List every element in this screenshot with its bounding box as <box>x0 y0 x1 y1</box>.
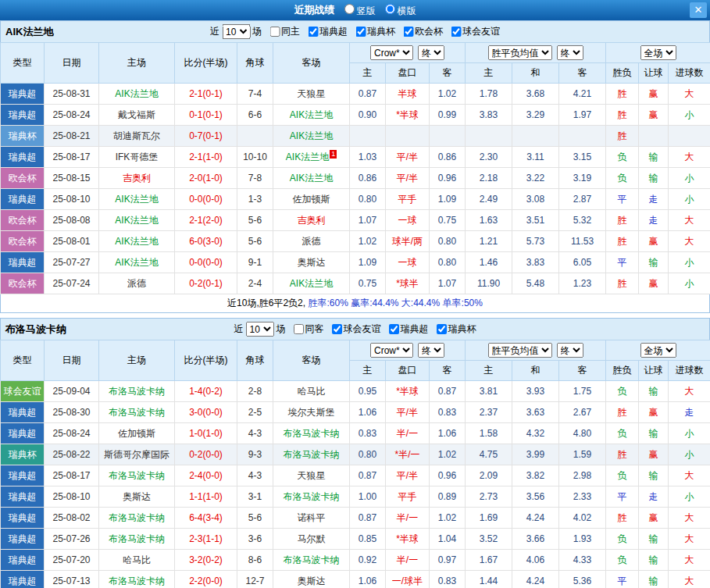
home-team-link[interactable]: 奥斯达 <box>123 491 151 502</box>
home-team-link[interactable]: 布洛马波卡纳 <box>109 533 165 544</box>
home-team-link[interactable]: AIK法兰地 <box>115 215 158 226</box>
layout-radio[interactable] <box>385 4 395 14</box>
cell-handicap: *半/一 <box>386 444 430 465</box>
cell-avg-away: 2.98 <box>559 465 606 486</box>
cell-result-goals: 大 <box>669 84 710 105</box>
avg-time-select[interactable]: 终 <box>557 343 583 358</box>
cell-result-wl: 平 <box>606 189 639 210</box>
cell-avg-draw: 3.29 <box>512 105 559 126</box>
away-team-link[interactable]: AIK法兰地 <box>286 151 329 162</box>
league-filter-checkbox[interactable] <box>451 27 461 37</box>
cell-date: 25-07-27 <box>45 252 99 273</box>
cell-result-handicap: 赢 <box>639 105 669 126</box>
away-team-link[interactable]: AIK法兰地 <box>290 109 333 120</box>
odds-time-select[interactable]: 终 <box>418 343 444 358</box>
home-team-link[interactable]: 布洛马波卡纳 <box>109 512 165 523</box>
match-count-select[interactable]: 10 <box>246 322 274 337</box>
home-team-link[interactable]: 布洛马波卡纳 <box>109 470 165 481</box>
away-team-link[interactable]: 奥斯达 <box>298 576 326 586</box>
same-venue-checkbox[interactable] <box>269 27 280 37</box>
avg-time-select[interactable]: 终 <box>557 45 583 60</box>
avg-source-select[interactable]: 胜平负均值 <box>488 343 552 358</box>
cell-result-handicap: 赢 <box>639 273 669 294</box>
away-team-link[interactable]: AIK法兰地 <box>290 278 333 289</box>
league-filter-checkbox[interactable] <box>389 324 399 334</box>
match-count-select[interactable]: 10 <box>222 24 250 39</box>
away-team-link[interactable]: 布洛马波卡纳 <box>284 554 340 565</box>
results-table: 类型日期主场比分(半场)角球客场Crow*终胜平负均值终全场主盘口客主和客胜负让… <box>0 340 710 588</box>
cell-handicap: *球半 <box>386 273 430 294</box>
away-team-link[interactable]: 派德 <box>302 236 321 247</box>
col-avg-away: 客 <box>559 63 606 84</box>
league-filter-checkbox[interactable] <box>355 27 366 37</box>
close-icon[interactable]: ✕ <box>690 2 707 18</box>
away-team-link[interactable]: AIK法兰地 <box>290 173 333 184</box>
cell-home-team: 派德 <box>99 273 175 294</box>
cell-odds-home: 1.06 <box>350 402 386 423</box>
match-row: 瑞典杯25-08-21胡迪斯瓦尔0-7(0-1)AIK法兰地胜 <box>1 126 710 147</box>
home-team-link[interactable]: AIK法兰地 <box>115 257 158 268</box>
cell-result-handicap: 走 <box>639 189 669 210</box>
away-team-link[interactable]: 布洛马波卡纳 <box>284 449 340 460</box>
home-team-link[interactable]: 戴戈福斯 <box>118 109 155 120</box>
cell-result-handicap: 输 <box>639 252 669 273</box>
odds-source-select[interactable]: Crow* <box>370 343 413 358</box>
home-team-link[interactable]: 斯德哥尔摩国际 <box>104 449 169 460</box>
cell-avg-draw: 3.63 <box>512 402 559 423</box>
cell-home-team: 布洛马波卡纳 <box>99 529 175 550</box>
home-team-link[interactable]: 派德 <box>127 278 146 289</box>
cell-result-handicap: 输 <box>639 465 669 486</box>
cell-odds-away: 1.06 <box>430 423 466 444</box>
same-venue-checkbox[interactable] <box>294 324 304 334</box>
odds-time-select[interactable]: 终 <box>418 45 444 60</box>
cell-avg-home: 2.37 <box>466 402 512 423</box>
league-filter-checkbox[interactable] <box>437 324 447 334</box>
cell-odds-home: 1.09 <box>350 252 386 273</box>
league-filter-checkbox[interactable] <box>332 324 342 334</box>
home-team-link[interactable]: 佐加顿斯 <box>118 428 155 439</box>
home-team-link[interactable]: AIK法兰地 <box>115 194 158 205</box>
avg-source-select[interactable]: 胜平负均值 <box>488 45 552 60</box>
home-team-link[interactable]: 布洛马波卡纳 <box>109 576 165 586</box>
away-team-link[interactable]: 诺科平 <box>298 512 326 523</box>
cell-home-team: 哈马比 <box>99 550 175 571</box>
cell-avg-home: 1.46 <box>466 252 512 273</box>
league-filter-checkbox[interactable] <box>403 27 413 37</box>
same-venue-label: 同主 <box>281 25 300 38</box>
summary-part: 单率:50% <box>443 298 483 308</box>
home-team-link[interactable]: AIK法兰地 <box>115 236 158 247</box>
odds-source-select[interactable]: Crow* <box>370 45 413 60</box>
away-team-link[interactable]: 布洛马波卡纳 <box>284 428 340 439</box>
scope-select[interactable]: 全场 <box>640 343 676 358</box>
scope-select[interactable]: 全场 <box>640 45 676 60</box>
away-team-link[interactable]: 奥斯达 <box>298 257 326 268</box>
home-team-link[interactable]: 布洛马波卡纳 <box>109 407 165 418</box>
layout-radio[interactable] <box>344 4 355 14</box>
cell-date: 25-08-22 <box>45 444 99 465</box>
home-team-link[interactable]: 哈马比 <box>123 554 151 565</box>
cell-odds-away: 0.89 <box>430 486 466 508</box>
away-team-link[interactable]: AIK法兰地 <box>290 130 333 141</box>
away-team-link[interactable]: 埃尔夫斯堡 <box>288 407 335 418</box>
league-filter-checkbox[interactable] <box>308 27 318 37</box>
home-team-link[interactable]: 布洛马波卡纳 <box>109 386 165 397</box>
home-team-link[interactable]: 胡迪斯瓦尔 <box>113 130 160 141</box>
cell-avg-draw: 4.06 <box>512 550 559 571</box>
away-team-link[interactable]: 布洛马波卡纳 <box>284 491 340 502</box>
home-team-link[interactable]: 吉奥利 <box>123 173 151 184</box>
cell-avg-away: 4.33 <box>559 550 606 571</box>
home-team-link[interactable]: AIK法兰地 <box>115 88 158 99</box>
home-team-link[interactable]: IFK哥德堡 <box>116 151 159 162</box>
cell-avg-away: 6.05 <box>559 252 606 273</box>
cell-result-wl: 胜 <box>606 105 639 126</box>
away-team-link[interactable]: 佐加顿斯 <box>293 194 330 205</box>
away-team-link[interactable]: 吉奥利 <box>298 215 326 226</box>
away-team-link[interactable]: 天狼星 <box>298 88 326 99</box>
away-team-link[interactable]: 马尔默 <box>298 533 326 544</box>
away-team-link[interactable]: 哈马比 <box>298 386 326 397</box>
away-team-link[interactable]: 天狼星 <box>298 470 326 481</box>
cell-handicap: 一球 <box>386 210 430 231</box>
cell-avg-away: 2.87 <box>559 189 606 210</box>
col-odds-home: 主 <box>350 63 386 84</box>
cell-home-team: 吉奥利 <box>99 168 175 189</box>
